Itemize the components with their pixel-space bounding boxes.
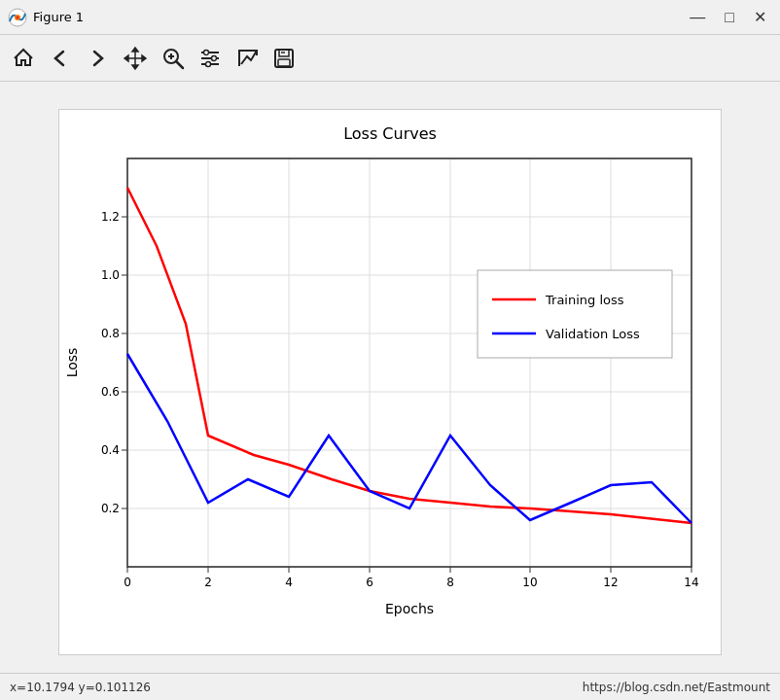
legend-training-label: Training loss (545, 293, 624, 307)
coordinates-display: x=10.1794 y=0.101126 (10, 681, 151, 694)
y-tick: 0.6 (101, 385, 120, 399)
y-tick: 0.8 (101, 327, 120, 340)
x-axis-label: Epochs (385, 601, 434, 616)
title-bar-left: Figure 1 (8, 8, 84, 27)
zoom-button[interactable] (156, 41, 191, 76)
back-button[interactable] (43, 41, 78, 76)
y-tick: 0.4 (101, 443, 120, 457)
svg-line-4 (176, 61, 183, 68)
x-tick: 8 (446, 576, 454, 589)
configure-button[interactable] (193, 41, 228, 76)
x-tick: 10 (522, 576, 537, 589)
back-icon (49, 47, 72, 70)
configure-icon (198, 47, 222, 70)
svg-point-12 (206, 61, 211, 66)
svg-point-11 (212, 55, 217, 60)
svg-point-2 (17, 16, 19, 18)
svg-rect-15 (278, 59, 290, 66)
plot-area (127, 158, 691, 567)
close-button[interactable]: ✕ (748, 6, 772, 28)
pan-icon (123, 46, 148, 71)
y-axis-label: Loss (64, 348, 80, 378)
legend-box (478, 270, 672, 358)
status-bar: x=10.1794 y=0.101126 https://blog.csdn.n… (0, 673, 780, 700)
y-tick: 0.2 (101, 502, 120, 515)
save-icon (272, 47, 296, 70)
home-button[interactable] (6, 41, 41, 76)
url-display: https://blog.csdn.net/Eastmount (583, 681, 770, 694)
chart-wrapper: Loss Curves (58, 109, 722, 655)
save-button[interactable] (266, 41, 301, 76)
y-tick: 1.0 (101, 268, 120, 282)
toolbar (0, 35, 780, 82)
autoscale-button[interactable] (230, 41, 265, 76)
forward-icon (86, 47, 109, 70)
x-tick: 12 (603, 576, 618, 589)
window-title: Figure 1 (33, 10, 84, 24)
app-icon (8, 8, 27, 27)
x-tick: 6 (366, 576, 373, 589)
legend-validation-label: Validation Loss (546, 327, 640, 341)
x-tick: 4 (285, 576, 293, 589)
svg-point-10 (204, 50, 209, 54)
loss-curves-chart: Loss Curves (59, 110, 721, 654)
forward-button[interactable] (80, 41, 115, 76)
zoom-icon (161, 47, 185, 70)
chart-title: Loss Curves (343, 124, 437, 143)
chart-container: Loss Curves (0, 82, 780, 673)
title-bar: Figure 1 — □ ✕ (0, 0, 780, 35)
maximize-button[interactable]: □ (719, 6, 740, 28)
autoscale-icon (235, 47, 259, 70)
x-tick: 14 (684, 576, 698, 589)
home-icon (12, 47, 35, 70)
main-window: Figure 1 — □ ✕ (0, 0, 780, 700)
x-tick: 2 (204, 576, 212, 589)
minimize-button[interactable]: — (684, 6, 711, 28)
window-controls: — □ ✕ (684, 6, 772, 28)
x-tick: 0 (124, 576, 131, 589)
pan-button[interactable] (117, 41, 154, 76)
y-tick: 1.2 (101, 210, 120, 224)
